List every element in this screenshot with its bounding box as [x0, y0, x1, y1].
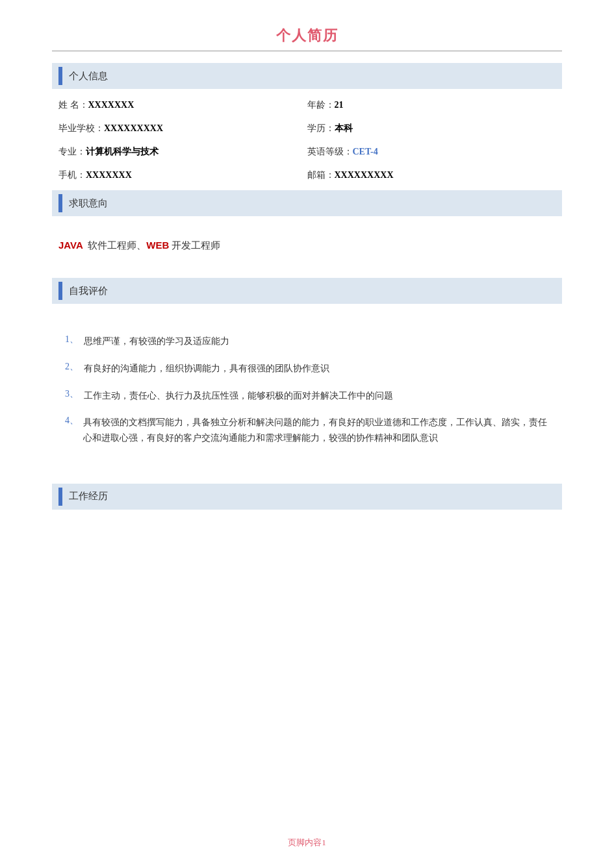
footer-text: 页脚内容1	[288, 837, 326, 847]
eval-item-2: 2、 有良好的沟通能力，组织协调能力，具有很强的团队协作意识	[58, 361, 556, 377]
personal-info-title: 个人信息	[69, 70, 108, 82]
web-label: WEB	[146, 240, 169, 251]
info-age: 年龄：21	[307, 99, 556, 111]
footer: 页脚内容1	[0, 837, 614, 849]
info-school: 毕业学校：XXXXXXXXX	[58, 123, 307, 134]
page-title: 个人简历	[52, 26, 562, 45]
eval-item-1: 1、 思维严谨，有较强的学习及适应能力	[58, 334, 556, 349]
info-phone: 手机：XXXXXXX	[58, 169, 307, 181]
phone-label: 手机：	[58, 170, 86, 180]
education-value: 本科	[335, 123, 353, 133]
job-intention-section: 求职意向 JAVA 软件工程师、WEB 开发工程师	[52, 190, 562, 271]
eval-num-4: 4、	[65, 415, 78, 427]
education-label: 学历：	[307, 123, 335, 133]
email-value: XXXXXXXXX	[335, 170, 394, 180]
self-eval-section: 自我评价 1、 思维严谨，有较强的学习及适应能力 2、 有良好的沟通能力，组织协…	[52, 278, 562, 477]
school-label: 毕业学校：	[58, 123, 104, 133]
info-email: 邮箱：XXXXXXXXX	[307, 169, 556, 181]
work-experience-title: 工作经历	[69, 490, 108, 502]
eval-num-3: 3、	[65, 388, 79, 400]
personal-info-header: 个人信息	[52, 63, 562, 89]
self-eval-title: 自我评价	[69, 285, 108, 297]
phone-value: XXXXXXX	[86, 170, 132, 180]
english-value: CET-4	[353, 147, 378, 156]
job-intention-content: JAVA 软件工程师、WEB 开发工程师	[52, 227, 562, 258]
section-bar-4	[58, 488, 62, 506]
eval-text-1: 思维严谨，有较强的学习及适应能力	[84, 334, 229, 349]
section-bar	[58, 67, 62, 85]
major-label: 专业：	[58, 147, 86, 156]
info-major: 专业：计算机科学与技术	[58, 146, 307, 158]
name-value: XXXXXXX	[88, 100, 134, 110]
work-experience-header: 工作经历	[52, 484, 562, 510]
eval-item-3: 3、 工作主动，责任心、执行力及抗压性强，能够积极的面对并解决工作中的问题	[58, 388, 556, 404]
self-eval-header: 自我评价	[52, 278, 562, 304]
school-value: XXXXXXXXX	[104, 123, 163, 133]
job-intention-title: 求职意向	[69, 197, 108, 210]
major-value: 计算机科学与技术	[86, 147, 159, 156]
name-label: 姓 名：	[58, 100, 88, 110]
info-english: 英语等级：CET-4	[307, 146, 556, 158]
job-intention-header: 求职意向	[52, 190, 562, 216]
title-divider	[52, 51, 562, 51]
resume-page: 个人简历 个人信息 姓 名：XXXXXXX 年龄：21 毕业学校：XXXXXXX…	[0, 0, 614, 868]
eval-item-4: 4、 具有较强的文档撰写能力，具备独立分析和解决问题的能力，有良好的职业道德和工…	[58, 415, 556, 446]
eval-text-2: 有良好的沟通能力，组织协调能力，具有很强的团队协作意识	[84, 361, 329, 377]
section-bar-3	[58, 282, 62, 300]
email-label: 邮箱：	[307, 170, 335, 180]
job-text-1: 软件工程师、	[88, 240, 146, 251]
section-bar-2	[58, 194, 62, 212]
age-value: 21	[335, 100, 344, 110]
eval-text-4: 具有较强的文档撰写能力，具备独立分析和解决问题的能力，有良好的职业道德和工作态度…	[83, 415, 549, 446]
personal-info-grid: 姓 名：XXXXXXX 年龄：21 毕业学校：XXXXXXXXX 学历：本科 专…	[52, 99, 562, 181]
work-experience-section: 工作经历	[52, 484, 562, 510]
english-label: 英语等级：	[307, 147, 353, 156]
eval-text-3: 工作主动，责任心、执行力及抗压性强，能够积极的面对并解决工作中的问题	[84, 388, 393, 404]
java-label: JAVA	[58, 240, 83, 251]
eval-num-2: 2、	[65, 361, 79, 373]
self-eval-content: 1、 思维严谨，有较强的学习及适应能力 2、 有良好的沟通能力，组织协调能力，具…	[52, 314, 562, 464]
personal-info-section: 个人信息 姓 名：XXXXXXX 年龄：21 毕业学校：XXXXXXXXX 学历…	[52, 63, 562, 181]
info-education: 学历：本科	[307, 123, 556, 134]
age-label: 年龄：	[307, 100, 335, 110]
eval-num-1: 1、	[65, 334, 79, 345]
info-name: 姓 名：XXXXXXX	[58, 99, 307, 111]
job-text-2: 开发工程师	[172, 240, 220, 251]
